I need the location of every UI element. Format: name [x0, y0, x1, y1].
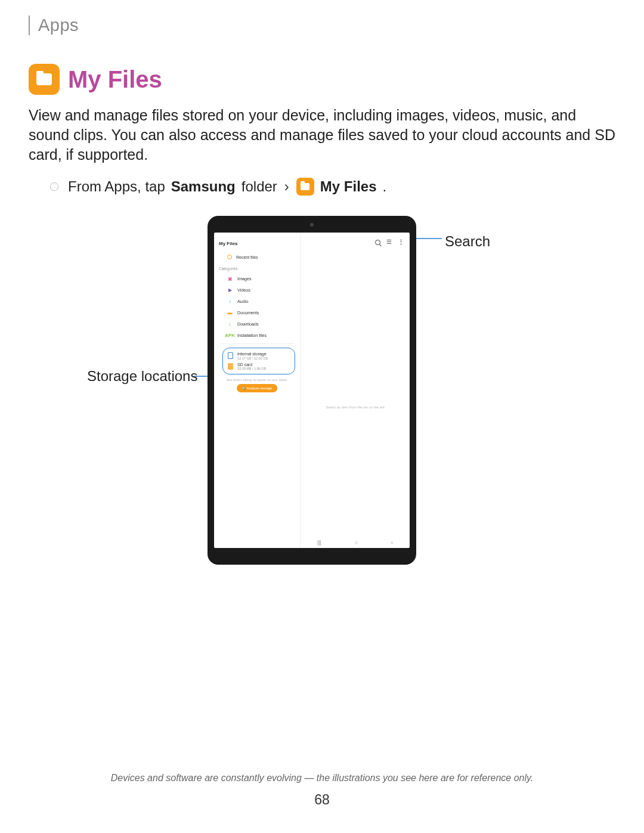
- device-illustration: Search Storage locations My Files Recent…: [29, 216, 615, 586]
- category-installation[interactable]: APK Installation files: [214, 330, 300, 341]
- tablet-camera: [310, 223, 314, 227]
- nav-home-icon[interactable]: ○: [355, 540, 358, 546]
- sd-card-label: SD card: [237, 363, 266, 367]
- section-header: Apps: [29, 16, 615, 35]
- step-app: My Files: [320, 178, 377, 195]
- callout-search: Search: [445, 233, 490, 250]
- recent-files-label: Recent files: [236, 255, 258, 259]
- sd-card-icon: [228, 363, 233, 370]
- page-footer: Devices and software are constantly evol…: [0, 773, 644, 808]
- video-icon: ▶: [227, 287, 233, 293]
- category-videos[interactable]: ▶ Videos: [214, 284, 300, 296]
- app-title: My Files: [214, 236, 300, 252]
- categories-header: Categories: [214, 264, 300, 273]
- tablet-screen: My Files Recent files Categories ▣ Image…: [214, 233, 410, 548]
- phone-storage-icon: [228, 352, 233, 359]
- instruction-step: From Apps, tap Samsung folder › My Files…: [50, 178, 615, 196]
- analyze-storage-button[interactable]: Analyze storage: [237, 384, 277, 392]
- internal-storage-label: Internal storage: [237, 352, 268, 357]
- category-documents[interactable]: ▬ Documents: [214, 307, 300, 318]
- page-number: 68: [0, 792, 644, 808]
- nav-bar: ||| ○ ‹: [301, 540, 410, 546]
- category-label: Installation files: [237, 333, 267, 338]
- storage-locations-box: Internal storage 13.17 GB / 32.00 GB SD …: [222, 348, 295, 374]
- tablet-frame: My Files Recent files Categories ▣ Image…: [208, 216, 416, 565]
- title-row: My Files: [29, 64, 615, 95]
- step-prefix: From Apps, tap: [68, 178, 165, 195]
- folder-icon: [36, 73, 52, 85]
- sd-card-size: 53.00 MB / 1.86 GB: [237, 367, 266, 370]
- step-samsung: Samsung: [171, 178, 236, 195]
- category-images[interactable]: ▣ Images: [214, 273, 300, 284]
- internal-storage-item[interactable]: Internal storage 13.17 GB / 32.00 GB: [225, 351, 292, 361]
- category-label: Documents: [237, 310, 259, 315]
- bullet-icon: [50, 182, 58, 191]
- apk-icon: APK: [227, 333, 233, 338]
- category-downloads[interactable]: ↓ Downloads: [214, 318, 300, 330]
- page-title: My Files: [68, 66, 162, 93]
- recent-files-item[interactable]: Recent files: [214, 252, 300, 264]
- side-panel: My Files Recent files Categories ▣ Image…: [214, 233, 301, 548]
- section-label: Apps: [38, 16, 615, 35]
- footer-note: Devices and software are constantly evol…: [0, 773, 644, 784]
- my-files-app-icon: [29, 64, 60, 95]
- analyze-section: See what's taking up space on your table…: [214, 378, 300, 392]
- search-icon[interactable]: [375, 240, 380, 245]
- empty-state-hint: Select an item from the list on the left: [301, 405, 410, 409]
- document-icon: ▬: [227, 310, 233, 315]
- folder-icon: [301, 183, 309, 190]
- clock-icon: [227, 255, 232, 259]
- divider: [220, 343, 294, 344]
- top-toolbar: ☰ ⋮: [301, 233, 410, 247]
- analyze-note: See what's taking up space on your table…: [214, 378, 300, 382]
- sd-card-item[interactable]: SD card 53.00 MB / 1.86 GB: [225, 361, 292, 372]
- category-label: Images: [237, 276, 252, 281]
- category-label: Videos: [237, 287, 250, 293]
- main-panel: ☰ ⋮ Select an item from the list on the …: [301, 233, 410, 548]
- category-label: Audio: [237, 299, 248, 304]
- download-icon: ↓: [227, 321, 233, 327]
- internal-storage-size: 13.17 GB / 32.00 GB: [237, 357, 268, 360]
- category-audio[interactable]: ♪ Audio: [214, 296, 300, 307]
- audio-icon: ♪: [227, 299, 233, 304]
- nav-back-icon[interactable]: ‹: [391, 540, 393, 546]
- image-icon: ▣: [227, 276, 233, 281]
- view-list-icon[interactable]: ☰: [386, 239, 392, 245]
- step-folder: folder: [242, 178, 277, 195]
- chevron-right-icon: ›: [284, 178, 289, 195]
- intro-paragraph: View and manage files stored on your dev…: [29, 106, 615, 165]
- nav-recent-icon[interactable]: |||: [317, 540, 321, 546]
- more-options-icon[interactable]: ⋮: [398, 241, 404, 243]
- step-suffix: .: [383, 178, 387, 195]
- my-files-small-icon: [296, 178, 314, 196]
- category-label: Downloads: [237, 321, 259, 327]
- callout-storage: Storage locations: [87, 368, 197, 385]
